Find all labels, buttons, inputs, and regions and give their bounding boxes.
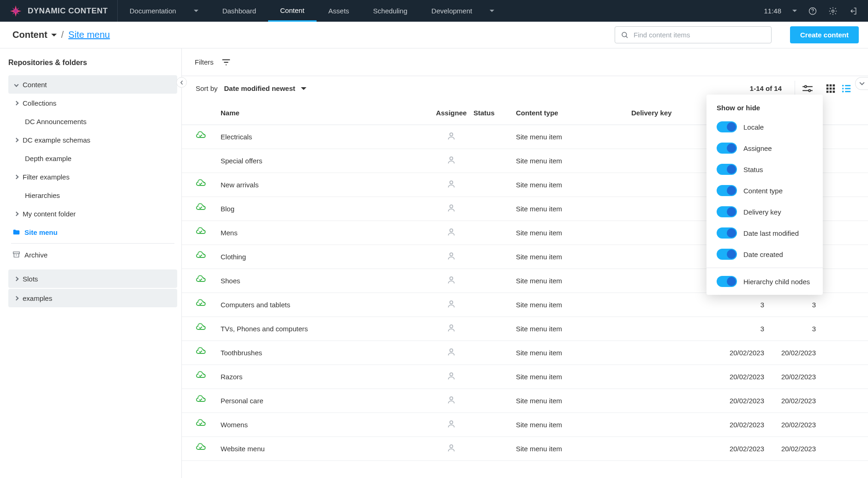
tree-group-slots[interactable]: Slots bbox=[8, 269, 177, 288]
popover-option[interactable]: Delivery key bbox=[706, 201, 823, 222]
cell-content-type: Site menu item bbox=[516, 253, 631, 261]
filter-icon[interactable] bbox=[221, 57, 231, 67]
settings-icon[interactable] bbox=[828, 6, 838, 16]
caret-down-icon bbox=[792, 10, 797, 12]
cloud-published-icon bbox=[196, 370, 207, 382]
cloud-published-icon bbox=[196, 394, 207, 406]
sidebar-item[interactable]: My content folder bbox=[8, 204, 177, 223]
th-content-type[interactable]: Content type bbox=[516, 109, 631, 117]
popover-option[interactable]: Status bbox=[706, 159, 823, 180]
search-box[interactable] bbox=[615, 26, 772, 43]
grid-icon bbox=[826, 84, 836, 94]
create-content-button[interactable]: Create content bbox=[790, 26, 859, 43]
sidebar-item[interactable]: Collections bbox=[8, 94, 177, 112]
sidebar-item[interactable]: DC Announcements bbox=[8, 112, 177, 131]
table-row[interactable]: Womens Site menu item 20/02/2023 20/02/2… bbox=[182, 413, 868, 437]
search-input[interactable] bbox=[634, 31, 766, 39]
th-name[interactable]: Name bbox=[221, 109, 429, 117]
toggle-switch[interactable] bbox=[717, 121, 737, 132]
breadcrumb-leaf[interactable]: Site menu bbox=[68, 30, 110, 40]
person-icon bbox=[446, 371, 456, 381]
cell-date-modified: 20/02/2023 bbox=[712, 397, 764, 405]
svg-rect-24 bbox=[845, 91, 850, 92]
sort-choice[interactable]: Date modified newest bbox=[224, 84, 306, 92]
tree-label: DC Announcements bbox=[25, 118, 86, 125]
popover-option[interactable]: Content type bbox=[706, 180, 823, 201]
person-icon bbox=[446, 227, 456, 237]
svg-rect-10 bbox=[826, 84, 829, 86]
toggle-switch[interactable] bbox=[717, 143, 737, 154]
list-view-button[interactable] bbox=[838, 81, 854, 96]
sidebar-item[interactable]: Hierarchies bbox=[8, 186, 177, 204]
breadcrumb-root[interactable]: Content bbox=[12, 30, 57, 40]
tree-root-content[interactable]: Content bbox=[8, 75, 177, 94]
nav-content[interactable]: Content bbox=[268, 0, 317, 22]
nav-label: Content bbox=[280, 6, 305, 14]
tree-group-examples[interactable]: examples bbox=[8, 289, 177, 307]
tree-archive[interactable]: Archive bbox=[8, 245, 177, 264]
toggle-switch[interactable] bbox=[717, 249, 737, 260]
svg-point-19 bbox=[842, 84, 844, 86]
table-row[interactable]: Personal care Site menu item 20/02/2023 … bbox=[182, 389, 868, 413]
popover-option[interactable]: Assignee bbox=[706, 137, 823, 159]
person-icon bbox=[446, 395, 456, 405]
cell-name: Electricals bbox=[221, 133, 429, 141]
sort-label: Sort by bbox=[196, 84, 218, 92]
cell-content-type: Site menu item bbox=[516, 157, 631, 165]
cell-name: Website menu bbox=[221, 445, 429, 453]
nav-dashboard[interactable]: Dashboard bbox=[210, 0, 268, 22]
grid-view-button[interactable] bbox=[823, 81, 838, 96]
clock-selector[interactable]: 11:48 bbox=[764, 7, 797, 15]
clock-text: 11:48 bbox=[764, 7, 783, 15]
cell-content-type: Site menu item bbox=[516, 301, 631, 309]
logout-icon[interactable] bbox=[849, 6, 858, 16]
cell-date-created: 3 bbox=[764, 325, 816, 333]
help-icon[interactable] bbox=[808, 6, 817, 16]
toggle-switch[interactable] bbox=[717, 276, 737, 287]
cell-name: Razors bbox=[221, 373, 429, 381]
table-row[interactable]: TVs, Phones and computers Site menu item… bbox=[182, 317, 868, 341]
nav-scheduling[interactable]: Scheduling bbox=[361, 0, 419, 22]
toggle-switch[interactable] bbox=[717, 164, 737, 175]
th-status[interactable]: Status bbox=[473, 109, 516, 117]
svg-point-6 bbox=[622, 32, 627, 37]
popover-option[interactable]: Hierarchy child nodes bbox=[706, 271, 823, 292]
sidebar-item[interactable]: Depth example bbox=[8, 149, 177, 167]
table-row[interactable]: Computers and tablets Site menu item 3 3 bbox=[182, 293, 868, 317]
table-row[interactable]: Toothbrushes Site menu item 20/02/2023 2… bbox=[182, 341, 868, 365]
th-assignee[interactable]: Assignee bbox=[429, 109, 473, 117]
cell-assignee bbox=[429, 203, 473, 215]
sidebar-item[interactable]: Filter examples bbox=[8, 167, 177, 186]
person-icon bbox=[446, 323, 456, 333]
toggle-switch[interactable] bbox=[717, 206, 737, 217]
tree-label: Collections bbox=[23, 99, 56, 107]
tree-site-menu[interactable]: Site menu bbox=[8, 223, 177, 241]
table-row[interactable]: Razors Site menu item 20/02/2023 20/02/2… bbox=[182, 365, 868, 389]
column-settings-button[interactable] bbox=[800, 81, 815, 96]
expand-pane-handle[interactable] bbox=[855, 77, 868, 90]
cell-date-modified: 20/02/2023 bbox=[712, 421, 764, 429]
person-icon bbox=[446, 155, 456, 165]
sidebar-item[interactable]: DC example schemas bbox=[8, 131, 177, 149]
svg-rect-16 bbox=[826, 90, 829, 93]
toggle-switch[interactable] bbox=[717, 185, 737, 196]
main-pane: Filters Sort by Date modified newest 1-1… bbox=[182, 48, 868, 478]
table-row[interactable]: Website menu Site menu item 20/02/2023 2… bbox=[182, 437, 868, 461]
th-delivery-key[interactable]: Delivery key bbox=[631, 109, 712, 117]
sidebar-collapse-handle[interactable] bbox=[176, 77, 187, 88]
person-icon bbox=[446, 275, 456, 285]
nav-documentation[interactable]: Documentation bbox=[118, 0, 210, 22]
popover-option[interactable]: Locale bbox=[706, 116, 823, 137]
person-icon bbox=[446, 203, 456, 213]
nav-assets[interactable]: Assets bbox=[317, 0, 361, 22]
cell-content-type: Site menu item bbox=[516, 397, 631, 405]
cell-date-modified: 20/02/2023 bbox=[712, 445, 764, 453]
chevron-right-icon bbox=[14, 137, 19, 142]
popover-option[interactable]: Date last modified bbox=[706, 222, 823, 244]
cell-name: Toothbrushes bbox=[221, 349, 429, 357]
popover-option[interactable]: Date created bbox=[706, 244, 823, 265]
toggle-switch[interactable] bbox=[717, 227, 737, 239]
svg-point-4 bbox=[812, 12, 813, 13]
cloud-published-icon bbox=[196, 347, 207, 358]
nav-development[interactable]: Development bbox=[419, 0, 506, 22]
